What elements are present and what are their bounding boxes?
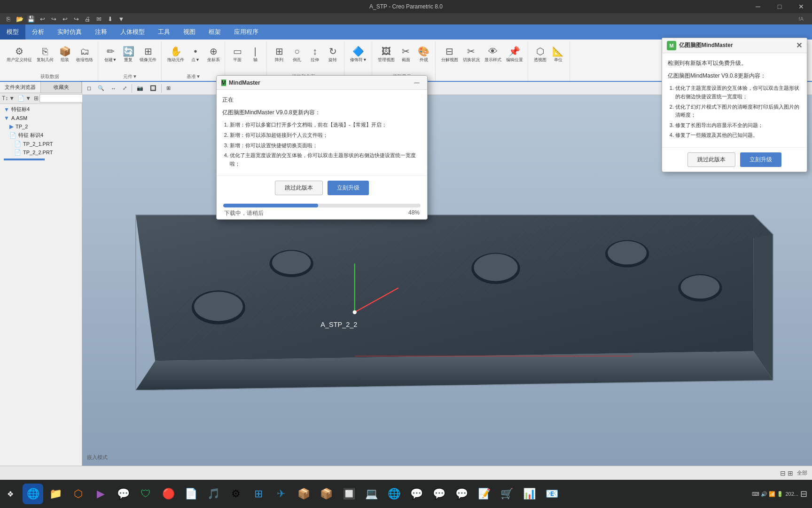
qa-open[interactable]: 📂	[15, 14, 24, 24]
sidebar-tab-favorites[interactable]: 收藏夹	[41, 82, 82, 93]
menu-tools[interactable]: 工具	[151, 24, 177, 40]
taskbar-app8[interactable]: 🔴	[158, 484, 179, 504]
tree-item-3[interactable]: ▶ TP_2	[0, 122, 82, 131]
menu-analysis[interactable]: 分析	[25, 24, 51, 40]
taskbar-task-view[interactable]: ❖	[0, 484, 21, 504]
taskbar-app7[interactable]: 🛡	[135, 484, 156, 504]
taskbar-wechat[interactable]: 💬	[451, 484, 472, 504]
ribbon-user-feature[interactable]: ⚙ 用户定义特征	[5, 42, 34, 66]
taskbar-app15[interactable]: 📦	[316, 484, 336, 504]
menu-model[interactable]: 模型	[0, 24, 25, 40]
tree-item-6[interactable]: 📄 TP_2_2.PRT	[0, 148, 82, 157]
menu-view[interactable]: 视图	[177, 24, 202, 40]
taskbar-app10[interactable]: 🎵	[203, 484, 224, 504]
taskbar-app16[interactable]: 🔲	[338, 484, 359, 504]
qa-download[interactable]: ⬇	[105, 14, 115, 24]
taskbar-app24[interactable]: 📊	[519, 484, 539, 504]
ribbon-rotate[interactable]: ↻ 旋转	[324, 42, 341, 66]
menu-simulation[interactable]: 实时仿真	[51, 24, 88, 40]
maximize-button[interactable]: □	[769, 0, 790, 13]
taskbar-app13[interactable]: ✈	[271, 484, 291, 504]
vp-btn-7[interactable]: ⊞	[164, 84, 173, 92]
qa-print[interactable]: 🖨	[83, 14, 92, 24]
taskbar-app5[interactable]: ▶	[90, 484, 111, 504]
vp-btn-5[interactable]: 📷	[134, 84, 146, 92]
ribbon-coord[interactable]: ⊕ 坐标系	[205, 42, 222, 66]
ribbon-copy-geo[interactable]: ⎘ 复制几何	[35, 42, 55, 66]
taskbar-app19[interactable]: 💬	[406, 484, 427, 504]
taskbar-edge[interactable]: 🌐	[23, 484, 43, 504]
qa-undo[interactable]: ↩	[38, 14, 47, 24]
tree-item-1[interactable]: ▼ 特征标4	[0, 105, 82, 114]
taskbar-app14[interactable]: 📦	[293, 484, 314, 504]
ribbon-split-view[interactable]: ⊟ 分解视图	[439, 42, 460, 66]
ribbon-cube-view[interactable]: ⬡ 透视图	[532, 42, 549, 66]
menu-frame[interactable]: 框架	[202, 24, 227, 40]
minimize-button[interactable]: ─	[747, 0, 769, 13]
vp-btn-1[interactable]: ◻	[84, 84, 94, 92]
sidebar-dropdown[interactable]: ▼	[9, 95, 15, 102]
taskbar-app22[interactable]: 📝	[474, 484, 494, 504]
qa-new[interactable]: ⎘	[4, 14, 13, 24]
menu-human-model[interactable]: 人体模型	[114, 24, 151, 40]
dialog-mindmaster-back[interactable]: M 亿图脑图MindMaster ✕ 检测到有新版本可以免费升级。 亿图脑图Mi…	[662, 38, 807, 172]
dialog-front-minimize[interactable]: ─	[411, 77, 422, 88]
ribbon-collect[interactable]: 🗂 收缩包络	[74, 42, 95, 66]
ribbon-plane[interactable]: ▭ 平面	[229, 42, 246, 66]
vp-btn-6[interactable]: 🔲	[147, 84, 159, 92]
qa-dropdown[interactable]: ▼	[117, 14, 126, 24]
tree-item-2[interactable]: ▼ A.ASM	[0, 114, 82, 122]
taskbar-app25[interactable]: 📧	[541, 484, 562, 504]
ribbon-mirror[interactable]: ⊞ 镜像元件	[138, 42, 158, 66]
dialog-mindmaster-front[interactable]: M MindMaster ─ 正在 亿图脑图MindMaster V9.0.8更…	[216, 75, 428, 220]
tree-item-5[interactable]: 📄 TP_2_1.PRT	[0, 140, 82, 148]
ribbon-decoration[interactable]: 🔷 修饰符▼	[348, 42, 369, 66]
dialog-front-upgrade-btn[interactable]: 立刻升级	[328, 181, 369, 195]
dialog-back-close[interactable]: ✕	[796, 41, 802, 50]
sidebar-tab-folder[interactable]: 文件夹浏览器	[0, 82, 41, 93]
dialog-front-skip-btn[interactable]: 跳过此版本	[275, 181, 323, 195]
ribbon-drag[interactable]: ✋ 拖动元件	[165, 42, 186, 66]
qa-save[interactable]: 💾	[26, 14, 36, 24]
taskbar-blender[interactable]: ⬡	[68, 484, 88, 504]
taskbar-app17[interactable]: 💻	[361, 484, 382, 504]
ribbon-manage-view[interactable]: 🖼 管理视图	[376, 42, 397, 66]
taskbar-app12[interactable]: ⊞	[248, 484, 269, 504]
taskbar-app6[interactable]: 💬	[113, 484, 133, 504]
taskbar-app11[interactable]: ⚙	[226, 484, 246, 504]
qa-undo2[interactable]: ↩	[60, 14, 70, 24]
ribbon-axis[interactable]: | 轴	[247, 42, 264, 66]
ribbon-show-style[interactable]: 👁 显示样式	[483, 42, 503, 66]
tree-item-4[interactable]: 📄 特征 标识4	[0, 131, 82, 140]
vp-btn-3[interactable]: ↔	[108, 85, 119, 92]
qa-redo[interactable]: ↪	[49, 14, 58, 24]
ribbon-edit-pos[interactable]: 📌 编辑位置	[504, 42, 525, 66]
ribbon-array[interactable]: ⊞ 阵列	[271, 42, 288, 66]
ribbon-section[interactable]: ✂ 截面	[398, 42, 414, 66]
tray-show-desktop[interactable]: ⊟	[800, 489, 807, 499]
ribbon-rebuild[interactable]: 🔄 重复	[120, 42, 137, 66]
taskbar-app18[interactable]: 🌐	[383, 484, 404, 504]
vp-btn-4[interactable]: ⤢	[120, 84, 130, 92]
ribbon-cut-status[interactable]: ✂ 切换状况	[461, 42, 482, 66]
close-button[interactable]: ✕	[790, 0, 812, 13]
taskbar-app9[interactable]: 📄	[180, 484, 201, 504]
dialog-back-skip-btn[interactable]: 跳过此版本	[687, 152, 735, 167]
taskbar-app20[interactable]: 💬	[429, 484, 449, 504]
qa-email[interactable]: ✉	[94, 14, 103, 24]
ribbon-unit[interactable]: 📐 单位	[550, 42, 567, 66]
menu-apps[interactable]: 应用程序	[227, 24, 265, 40]
ribbon-pull[interactable]: ↕ 拉伸	[306, 42, 323, 66]
dialog-back-upgrade-btn[interactable]: 立刻升级	[740, 152, 781, 167]
sidebar-grid[interactable]: ⊞	[34, 95, 39, 102]
qa-redo2[interactable]: ↪	[71, 14, 81, 24]
sidebar-doc-dropdown[interactable]: ▼	[25, 95, 31, 102]
vp-btn-2[interactable]: 🔍	[95, 84, 107, 92]
ribbon-create[interactable]: ✏ 创建▼	[102, 42, 119, 66]
ribbon-fold[interactable]: 📦 组装	[56, 42, 73, 66]
taskbar-explorer[interactable]: 📁	[45, 484, 66, 504]
taskbar-app23[interactable]: 🛒	[496, 484, 517, 504]
ribbon-style[interactable]: 🎨 外观	[415, 42, 432, 66]
ribbon-bore[interactable]: ○ 倒孔	[289, 42, 305, 66]
ribbon-point[interactable]: • 点▼	[187, 42, 204, 66]
